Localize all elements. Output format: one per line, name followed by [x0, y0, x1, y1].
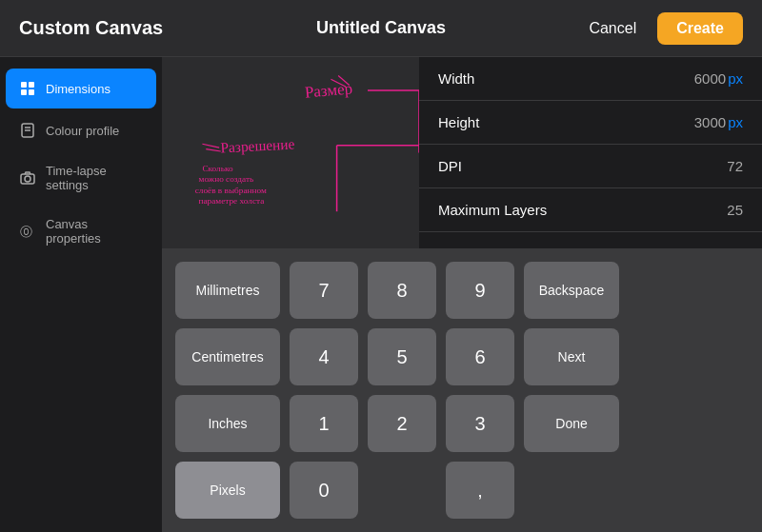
digit-3[interactable]: 3	[446, 395, 514, 452]
digit-7[interactable]: 7	[290, 262, 358, 319]
create-button[interactable]: Create	[657, 12, 743, 45]
properties-panel: Width 6000px Height 3000px DPI 72 Maxi	[419, 57, 762, 248]
svg-rect-1	[29, 82, 34, 88]
unit-column: Millimetres Centimetres Inches Pixels	[175, 262, 280, 519]
sliders-icon: ⓪	[19, 223, 36, 240]
top-bar: Custom Canvas Untitled Canvas Cancel Cre…	[0, 0, 762, 57]
svg-text:можно создать: можно создать	[199, 174, 254, 184]
dpi-label: DPI	[438, 158, 462, 174]
grid-icon	[19, 80, 36, 97]
svg-text:Разрешение: Разрешение	[220, 135, 295, 155]
digit-0[interactable]: 0	[290, 462, 358, 519]
canvas-title: Untitled Canvas	[316, 18, 446, 38]
svg-text:параметре холста: параметре холста	[199, 197, 265, 207]
unit-centimetres[interactable]: Centimetres	[175, 328, 280, 385]
width-value: 6000px	[694, 70, 743, 87]
digit-grid: 7 8 9 4 5 6 1 2 3 0 ‚	[290, 262, 514, 519]
property-row-height: Height 3000px	[419, 101, 762, 145]
property-row-dpi: DPI 72	[419, 145, 762, 188]
next-button[interactable]: Next	[524, 328, 619, 385]
digit-empty	[368, 462, 436, 519]
unit-millimetres[interactable]: Millimetres	[175, 262, 280, 319]
svg-text:Сколько: Сколько	[202, 164, 233, 173]
max-layers-value: 25	[727, 202, 743, 218]
sidebar-item-colour-label: Colour profile	[46, 124, 119, 138]
digit-9[interactable]: 9	[446, 262, 514, 319]
digit-comma[interactable]: ‚	[446, 462, 514, 519]
header-actions: Cancel Create	[579, 12, 743, 45]
sidebar-item-dimensions-label: Dimensions	[46, 82, 110, 96]
width-label: Width	[438, 70, 474, 87]
sidebar-item-timelapse-label: Time-lapse settings	[46, 164, 143, 192]
height-label: Height	[438, 114, 479, 130]
cancel-button[interactable]: Cancel	[579, 14, 646, 43]
digit-4[interactable]: 4	[290, 328, 358, 385]
numpad-area: Millimetres Centimetres Inches Pixels 7 …	[162, 248, 762, 532]
svg-text:⓪: ⓪	[20, 225, 32, 239]
digit-8[interactable]: 8	[368, 262, 436, 319]
property-row-max-layers: Maximum Layers 25	[419, 188, 762, 232]
unit-pixels[interactable]: Pixels	[175, 462, 280, 519]
sidebar-item-canvas-props-label: Canvas properties	[46, 217, 143, 246]
svg-point-8	[25, 176, 30, 182]
sidebar-item-colour-profile[interactable]: Colour profile	[6, 110, 156, 150]
height-value: 3000px	[694, 114, 743, 130]
svg-rect-2	[21, 89, 27, 95]
svg-text:слоёв в выбранном: слоёв в выбранном	[195, 186, 267, 195]
digit-1[interactable]: 1	[290, 395, 358, 452]
annotation-drawing: Размер Разрешение Сколько можно создать	[162, 57, 419, 248]
content-area: Размер Разрешение Сколько можно создать	[162, 57, 762, 532]
done-button[interactable]: Done	[524, 395, 619, 452]
sidebar-item-timelapse[interactable]: Time-lapse settings	[6, 152, 156, 204]
svg-rect-3	[29, 89, 34, 95]
digit-5[interactable]: 5	[368, 328, 436, 385]
property-row-width: Width 6000px	[419, 57, 762, 101]
svg-rect-0	[21, 82, 27, 88]
svg-line-22	[206, 149, 220, 151]
sidebar-item-canvas-props[interactable]: ⓪ Canvas properties	[6, 206, 156, 257]
annotations-area: Размер Разрешение Сколько можно создать	[162, 57, 419, 248]
digit-6[interactable]: 6	[446, 328, 514, 385]
main-layout: Dimensions Colour profile Time-lapse s	[0, 57, 762, 532]
svg-line-23	[202, 144, 219, 148]
camera-icon	[19, 169, 36, 187]
dpi-value: 72	[727, 158, 743, 174]
sidebar-item-dimensions[interactable]: Dimensions	[6, 69, 156, 108]
backspace-button[interactable]: Backspace	[524, 262, 619, 319]
max-layers-label: Maximum Layers	[438, 202, 547, 218]
action-column: Backspace Next Done	[524, 262, 619, 519]
action-spacer	[524, 462, 619, 519]
document-icon	[19, 122, 36, 139]
unit-inches[interactable]: Inches	[175, 395, 280, 452]
app-title: Custom Canvas	[19, 17, 163, 39]
sidebar: Dimensions Colour profile Time-lapse s	[0, 57, 162, 532]
content-top: Размер Разрешение Сколько можно создать	[162, 57, 762, 248]
digit-2[interactable]: 2	[368, 395, 436, 452]
